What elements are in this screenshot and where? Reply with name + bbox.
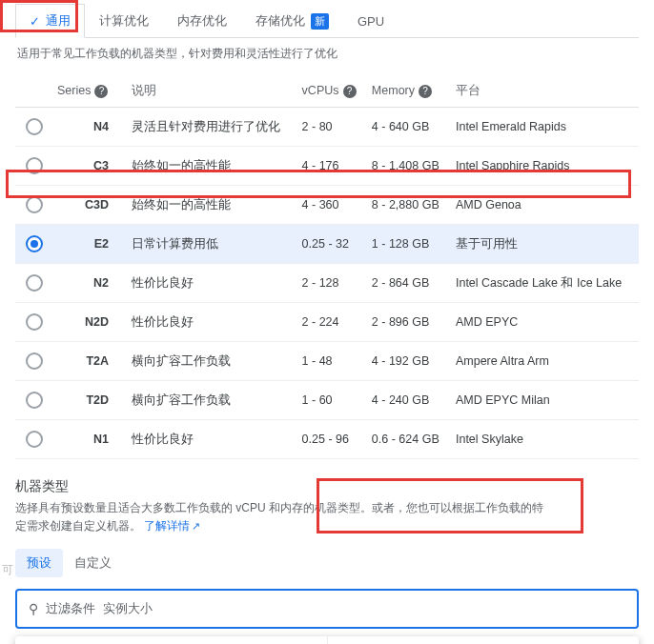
series-desc: 日常计算费用低 bbox=[126, 225, 296, 264]
series-name: T2A bbox=[51, 342, 126, 381]
new-badge: 新 bbox=[311, 13, 329, 30]
tab-compute-optimized[interactable]: 计算优化 bbox=[85, 4, 163, 37]
series-platform: AMD EPYC bbox=[450, 303, 639, 342]
table-row[interactable]: N4灵活且针对费用进行了优化2 - 804 - 640 GBIntel Emer… bbox=[15, 108, 639, 147]
machine-family-tabs: ✓ 通用 计算优化 内存优化 存储优化 新 GPU bbox=[15, 4, 639, 38]
series-platform: AMD EPYC Milan bbox=[450, 381, 639, 420]
series-desc: 横向扩容工作负载 bbox=[126, 381, 296, 420]
series-desc: 始终如一的高性能 bbox=[126, 186, 296, 225]
col-platform: 平台 bbox=[456, 84, 480, 97]
series-vcpu: 2 - 80 bbox=[296, 108, 366, 147]
table-row[interactable]: C3D始终如一的高性能4 - 3608 - 2,880 GBAMD Genoa bbox=[15, 186, 639, 225]
series-vcpu: 2 - 128 bbox=[296, 264, 366, 303]
tab-storage-optimized[interactable]: 存储优化 新 bbox=[241, 4, 343, 37]
tabs-description: 适用于常见工作负载的机器类型，针对费用和灵活性进行了优化 bbox=[17, 46, 637, 62]
col-series: Series bbox=[57, 84, 91, 97]
series-memory: 8 - 1,408 GB bbox=[366, 147, 450, 186]
series-memory: 4 - 192 GB bbox=[366, 342, 450, 381]
series-name: N2D bbox=[51, 303, 126, 342]
series-memory: 2 - 896 GB bbox=[366, 303, 450, 342]
series-vcpu: 1 - 60 bbox=[296, 381, 366, 420]
series-name: T2D bbox=[51, 381, 126, 420]
series-desc: 性价比良好 bbox=[126, 420, 296, 459]
series-name: C3D bbox=[51, 186, 126, 225]
filter-icon: ⚲ bbox=[29, 601, 38, 616]
series-desc: 性价比良好 bbox=[126, 303, 296, 342]
subtab-custom[interactable]: 自定义 bbox=[63, 549, 123, 577]
series-radio[interactable] bbox=[26, 235, 43, 252]
series-name: N2 bbox=[51, 264, 126, 303]
series-name: E2 bbox=[51, 225, 126, 264]
series-name: N4 bbox=[51, 108, 126, 147]
col-memory: Memory bbox=[372, 84, 415, 97]
series-desc: 性价比良好 bbox=[126, 264, 296, 303]
tab-gpu[interactable]: GPU bbox=[343, 4, 399, 37]
learn-more-link[interactable]: 了解详情 bbox=[144, 519, 200, 533]
series-platform: AMD Genoa bbox=[450, 186, 639, 225]
machine-type-dropdown: 共享核心 标准 高内存 高 CPU e2-micro0.25-2 个 vCPU（… bbox=[15, 636, 639, 644]
series-desc: 横向扩容工作负载 bbox=[126, 342, 296, 381]
dropdown-categories: 共享核心 标准 高内存 高 CPU bbox=[15, 636, 328, 644]
series-memory: 4 - 640 GB bbox=[366, 108, 450, 147]
series-platform: Intel Skylake bbox=[450, 420, 639, 459]
series-memory: 4 - 240 GB bbox=[366, 381, 450, 420]
help-icon[interactable]: ? bbox=[343, 85, 357, 98]
table-row[interactable]: T2A横向扩容工作负载1 - 484 - 192 GBAmpere Altra … bbox=[15, 342, 639, 381]
series-desc: 始终如一的高性能 bbox=[126, 147, 296, 186]
series-name: N1 bbox=[51, 420, 126, 459]
series-radio[interactable] bbox=[26, 431, 43, 448]
series-vcpu: 0.25 - 96 bbox=[296, 420, 366, 459]
col-vcpu: vCPUs bbox=[302, 84, 339, 97]
machine-type-title: 机器类型 bbox=[15, 478, 639, 495]
series-platform: 基于可用性 bbox=[450, 225, 639, 264]
series-platform: Intel Cascade Lake 和 Ice Lake bbox=[450, 264, 639, 303]
series-name: C3 bbox=[51, 147, 126, 186]
series-radio[interactable] bbox=[26, 196, 43, 213]
truncated-text: 可 bbox=[2, 562, 13, 578]
series-vcpu: 4 - 176 bbox=[296, 147, 366, 186]
series-vcpu: 0.25 - 32 bbox=[296, 225, 366, 264]
machine-type-desc: 选择具有预设数量且适合大多数工作负载的 vCPU 和内存的机器类型。或者，您也可… bbox=[15, 499, 549, 535]
help-icon[interactable]: ? bbox=[94, 85, 108, 98]
table-row[interactable]: N2性价比良好2 - 1282 - 864 GBIntel Cascade La… bbox=[15, 264, 639, 303]
series-radio[interactable] bbox=[26, 392, 43, 409]
series-vcpu: 1 - 48 bbox=[296, 342, 366, 381]
dropdown-options: e2-micro0.25-2 个 vCPU（1 个共享核心），1 GB 内存e2… bbox=[328, 636, 640, 644]
subtab-preset[interactable]: 预设 bbox=[15, 549, 63, 577]
series-memory: 2 - 864 GB bbox=[366, 264, 450, 303]
series-radio[interactable] bbox=[26, 157, 43, 174]
table-row[interactable]: T2D横向扩容工作负载1 - 604 - 240 GBAMD EPYC Mila… bbox=[15, 381, 639, 420]
tab-label: 通用 bbox=[46, 12, 71, 30]
filter-label: 过滤条件 bbox=[46, 600, 95, 617]
machine-type-subtabs: 预设 自定义 bbox=[15, 549, 639, 577]
series-table: Series? 说明 vCPUs? Memory? 平台 N4灵活且针对费用进行… bbox=[15, 75, 639, 459]
tab-general[interactable]: ✓ 通用 bbox=[15, 4, 85, 38]
table-row[interactable]: N2D性价比良好2 - 2242 - 896 GBAMD EPYC bbox=[15, 303, 639, 342]
series-platform: Ampere Altra Arm bbox=[450, 342, 639, 381]
series-desc: 灵活且针对费用进行了优化 bbox=[126, 108, 296, 147]
col-desc: 说明 bbox=[132, 84, 156, 97]
instance-size-filter[interactable]: ⚲ 过滤条件 实例大小 bbox=[15, 589, 639, 629]
check-icon: ✓ bbox=[30, 14, 40, 29]
series-vcpu: 4 - 360 bbox=[296, 186, 366, 225]
help-icon[interactable]: ? bbox=[419, 85, 432, 98]
series-platform: Intel Emerald Rapids bbox=[450, 108, 639, 147]
series-radio[interactable] bbox=[26, 313, 43, 331]
series-radio[interactable] bbox=[26, 118, 43, 135]
series-radio[interactable] bbox=[26, 352, 43, 370]
table-row[interactable]: N1性价比良好0.25 - 960.6 - 624 GBIntel Skylak… bbox=[15, 420, 639, 459]
series-memory: 0.6 - 624 GB bbox=[366, 420, 450, 459]
table-row[interactable]: C3始终如一的高性能4 - 1768 - 1,408 GBIntel Sapph… bbox=[15, 147, 639, 186]
series-radio[interactable] bbox=[26, 274, 43, 292]
series-platform: Intel Sapphire Rapids bbox=[450, 147, 639, 186]
tab-memory-optimized[interactable]: 内存优化 bbox=[163, 4, 241, 37]
filter-value: 实例大小 bbox=[103, 600, 153, 617]
series-memory: 1 - 128 GB bbox=[366, 225, 450, 264]
table-row[interactable]: E2日常计算费用低0.25 - 321 - 128 GB基于可用性 bbox=[15, 225, 639, 264]
series-memory: 8 - 2,880 GB bbox=[366, 186, 450, 225]
series-vcpu: 2 - 224 bbox=[296, 303, 366, 342]
